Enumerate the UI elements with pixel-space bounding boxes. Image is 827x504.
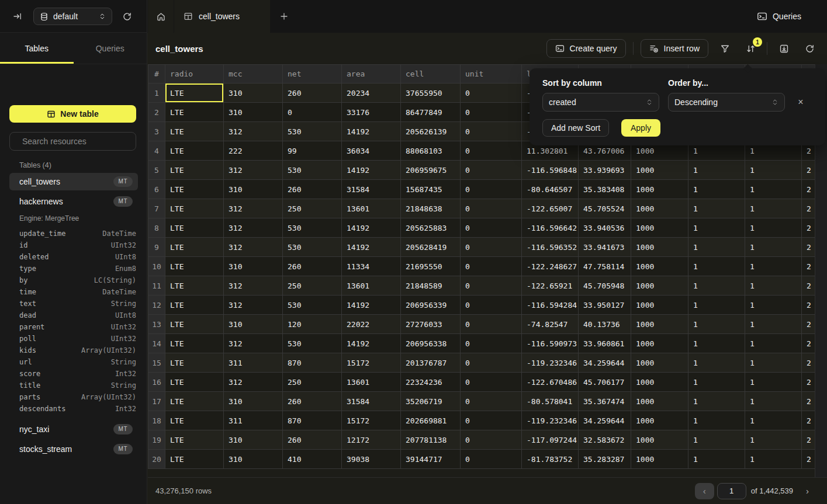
page-number-input[interactable] [717,483,746,499]
table-cell[interactable]: 33.941673 [579,238,631,257]
table-cell[interactable]: 530 [283,218,342,238]
table-cell[interactable]: 99 [283,141,342,161]
table-cell[interactable]: 36034 [342,141,401,161]
row-number[interactable]: 8 [148,218,165,238]
row-number[interactable]: 5 [148,161,165,180]
table-cell[interactable]: 33176 [342,103,401,122]
table-cell[interactable]: 14192 [342,122,401,141]
table-cell[interactable]: 1 [745,430,802,450]
row-number[interactable]: 2 [148,103,165,122]
table-cell[interactable]: 11334 [342,257,401,276]
sidebar-table-nyc_taxi[interactable]: nyc_taxiMT [9,420,138,438]
table-cell[interactable]: 1 [688,373,745,392]
table-cell[interactable]: 14192 [342,238,401,257]
sort-order-select[interactable]: Descending [668,93,785,112]
next-page-button[interactable]: › [802,485,812,496]
row-number[interactable]: 14 [148,334,165,353]
table-cell[interactable]: 2 [802,199,815,218]
table-cell[interactable]: 2 [802,450,815,469]
sidebar-table-cell_towers[interactable]: cell_towersMT [9,173,138,190]
table-cell[interactable]: 1000 [631,450,688,469]
table-cell[interactable]: 312 [224,373,283,392]
table-cell[interactable]: 88068103 [401,141,461,161]
table-cell[interactable]: LTE [165,353,224,373]
table-cell[interactable]: 1 [688,257,745,276]
table-cell[interactable]: 410 [283,450,342,469]
table-cell[interactable]: 222 [224,141,283,161]
table-cell[interactable]: 22324236 [401,373,461,392]
table-cell[interactable]: LTE [165,315,224,334]
table-cell[interactable]: 530 [283,334,342,353]
database-selector[interactable]: default [33,8,112,25]
table-cell[interactable]: 1 [688,353,745,373]
filter-button[interactable] [715,39,734,58]
table-cell[interactable]: 205625883 [401,218,461,238]
table-cell[interactable]: LTE [165,122,224,141]
table-cell[interactable]: 2 [802,411,815,430]
table-cell[interactable]: LTE [165,392,224,411]
table-cell[interactable]: 1 [688,334,745,353]
table-cell[interactable]: 312 [224,296,283,315]
table-cell[interactable]: 310 [224,257,283,276]
table-cell[interactable]: 260 [283,392,342,411]
table-cell[interactable]: 1000 [631,315,688,334]
table-cell[interactable]: LTE [165,430,224,450]
table-cell[interactable]: 0 [461,103,522,122]
table-cell[interactable]: -74.82547 [522,315,579,334]
prev-page-button[interactable]: ‹ [695,483,714,499]
search-input[interactable] [21,136,129,147]
column-header[interactable]: net [283,65,342,84]
column-header[interactable]: area [342,65,401,84]
table-cell[interactable]: 1 [745,411,802,430]
table-cell[interactable]: -122.670486 [522,373,579,392]
table-cell[interactable]: 530 [283,161,342,180]
table-cell[interactable]: LTE [165,103,224,122]
table-cell[interactable]: 1 [745,161,802,180]
table-cell[interactable]: 35.283287 [579,450,631,469]
table-cell[interactable]: 1 [745,180,802,199]
home-tab[interactable] [148,0,174,33]
table-cell[interactable]: 0 [461,161,522,180]
table-cell[interactable]: 15172 [342,411,401,430]
row-number[interactable]: 1 [148,84,165,103]
table-cell[interactable]: 0 [461,392,522,411]
tab-cell-towers[interactable]: cell_towers [174,0,270,33]
table-cell[interactable]: 1000 [631,218,688,238]
table-cell[interactable]: 0 [461,334,522,353]
table-cell[interactable]: 1 [745,276,802,296]
table-cell[interactable]: -81.783752 [522,450,579,469]
table-cell[interactable]: 0 [461,141,522,161]
table-cell[interactable]: LTE [165,180,224,199]
table-cell[interactable]: LTE [165,161,224,180]
table-cell[interactable]: 1 [688,315,745,334]
table-cell[interactable]: 34.259644 [579,411,631,430]
table-cell[interactable]: 260 [283,257,342,276]
table-cell[interactable]: LTE [165,373,224,392]
table-cell[interactable]: 0 [461,199,522,218]
table-cell[interactable]: 14192 [342,218,401,238]
table-cell[interactable]: 206956338 [401,334,461,353]
table-cell[interactable]: 260 [283,430,342,450]
table-cell[interactable]: 1 [688,276,745,296]
row-number[interactable]: 16 [148,373,165,392]
sidebar-table-stocks_stream[interactable]: stocks_streamMT [9,440,138,458]
table-cell[interactable]: -116.590973 [522,334,579,353]
table-cell[interactable]: 2 [802,161,815,180]
table-cell[interactable]: 1000 [631,353,688,373]
table-cell[interactable]: 310 [224,84,283,103]
table-cell[interactable]: 1 [688,180,745,199]
table-cell[interactable]: 310 [224,392,283,411]
row-number[interactable]: 13 [148,315,165,334]
column-header[interactable]: # [148,65,165,84]
table-cell[interactable]: 312 [224,122,283,141]
row-number[interactable]: 10 [148,257,165,276]
selected-cell[interactable]: LTE [165,84,224,103]
table-cell[interactable]: 1 [688,199,745,218]
add-new-sort-button[interactable]: Add new Sort [542,119,609,137]
table-cell[interactable]: 312 [224,334,283,353]
table-cell[interactable]: 14192 [342,334,401,353]
table-cell[interactable]: 1000 [631,411,688,430]
table-cell[interactable]: 312 [224,276,283,296]
table-cell[interactable]: 13601 [342,373,401,392]
table-cell[interactable]: 33.940536 [579,218,631,238]
